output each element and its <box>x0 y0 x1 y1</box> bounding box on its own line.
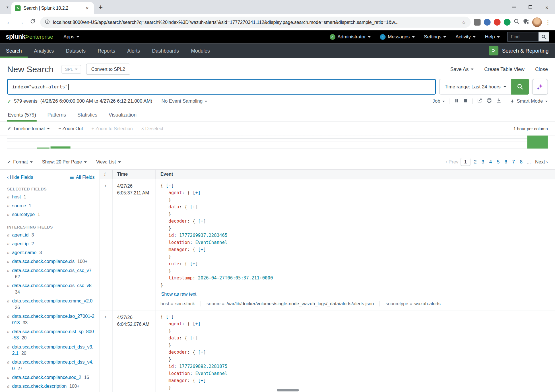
json-toggle[interactable]: [-] <box>166 183 174 188</box>
field-name[interactable]: agent.name <box>12 250 37 255</box>
deselect-button[interactable]: × Deselect <box>141 126 163 131</box>
window-minimize-button[interactable] <box>506 0 522 14</box>
field-name[interactable]: agent.id <box>12 232 29 238</box>
pagination-prev[interactable]: ‹ Prev <box>445 159 458 165</box>
close-button[interactable]: Close <box>535 66 548 72</box>
apps-menu[interactable]: Apps <box>59 30 84 43</box>
meta-value[interactable]: soc-stack <box>175 301 195 306</box>
pagination-page[interactable]: 5 <box>496 158 501 166</box>
field-name[interactable]: sourcetype <box>12 212 35 217</box>
save-as-menu[interactable]: Save As <box>450 66 474 72</box>
field-name[interactable]: host <box>12 194 21 200</box>
ai-assistant-button[interactable] <box>532 79 548 95</box>
json-toggle[interactable]: [+] <box>198 378 206 383</box>
extension-icon-2[interactable] <box>484 19 491 26</box>
find-search-button[interactable] <box>539 32 549 42</box>
field-item[interactable]: a data.sca.check.compliance.cis_csc_v762 <box>7 267 95 280</box>
back-icon[interactable]: ← <box>5 19 14 26</box>
event-meta-item[interactable]: sourcetype =wazuh-alerts <box>379 301 440 306</box>
json-value[interactable]: 1777269892.2281875 <box>179 364 227 369</box>
extensions-puzzle-icon[interactable] <box>523 18 529 26</box>
json-toggle[interactable]: [-] <box>166 314 174 319</box>
create-table-view-button[interactable]: Create Table View <box>484 66 524 72</box>
share-button[interactable] <box>477 98 482 104</box>
event-time-cell[interactable]: 4/27/26 6:05:37.211 AM <box>113 179 155 310</box>
per-page-menu[interactable]: Show: 20 Per Page <box>42 159 87 165</box>
pagination-page[interactable]: 2 <box>473 158 478 166</box>
field-item[interactable]: a source1 <box>7 203 95 209</box>
nav-item-dashboards[interactable]: Dashboards <box>146 43 185 58</box>
field-name[interactable]: data.sca.check.compliance.cmmc_v2.0 <box>12 298 93 304</box>
convert-to-spl2-button[interactable]: Convert to SPL2 <box>86 64 130 75</box>
tab-visualization[interactable]: Visualization <box>108 108 137 121</box>
field-name[interactable]: data.sca.check.compliance.cis_csc_v7 <box>12 268 92 273</box>
event-time-cell[interactable]: 4/27/26 6:04:52.076 AM <box>113 310 155 392</box>
json-toggle[interactable]: [+] <box>198 247 206 252</box>
field-item[interactable]: a agent.id3 <box>7 232 95 238</box>
json-value[interactable]: 2026-04-27T06:05:37.211+0000 <box>198 275 273 281</box>
nav-item-alerts[interactable]: Alerts <box>121 43 146 58</box>
user-menu[interactable]: ✓ Administrator <box>325 30 375 43</box>
time-range-picker[interactable]: Time range: Last 24 hours <box>439 79 511 95</box>
field-name[interactable]: agent.ip <box>12 241 29 246</box>
field-name[interactable]: data.sca.check.compliance.soc_2 <box>12 375 81 380</box>
splunk-logo[interactable]: splunk > enterprise <box>0 30 59 43</box>
chevron-right-icon[interactable]: › <box>105 182 106 188</box>
nav-item-reports[interactable]: Reports <box>92 43 121 58</box>
nav-item-datasets[interactable]: Datasets <box>60 43 92 58</box>
event-expand-cell[interactable]: › <box>100 310 113 392</box>
timeline-bar[interactable] <box>50 147 70 149</box>
meta-value[interactable]: /var/lib/docker/volumes/single-node_wazu… <box>227 301 374 306</box>
nav-item-analytics[interactable]: Analytics <box>28 43 60 58</box>
pagination-page-current[interactable]: 1 <box>461 158 470 166</box>
timeline-bar[interactable] <box>527 135 548 148</box>
field-item[interactable]: a data.sca.check.compliance.pci_dss_v4.0… <box>7 359 95 372</box>
pagination-page[interactable]: 7 <box>511 158 516 166</box>
pause-button[interactable] <box>455 98 459 104</box>
field-name[interactable]: data.sca.check.compliance.pci_dss_v4.0 <box>12 359 94 371</box>
help-menu[interactable]: Help <box>480 30 505 43</box>
tab-list-chevron-icon[interactable]: ▾ <box>4 5 12 9</box>
field-item[interactable]: a host1 <box>7 194 95 200</box>
extension-icon-1[interactable] <box>474 19 481 26</box>
horizontal-scrollbar-thumb[interactable] <box>277 389 299 391</box>
json-toggle[interactable]: [+] <box>190 261 198 266</box>
timeline-format-menu[interactable]: Timeline format <box>7 126 50 131</box>
spl-version-pill[interactable]: SPL <box>61 65 81 73</box>
event-meta-item[interactable]: host =soc-stack <box>160 301 195 306</box>
format-menu[interactable]: Format <box>7 159 33 165</box>
profile-avatar[interactable] <box>532 17 542 27</box>
extension-icon-4[interactable] <box>504 19 511 26</box>
pagination-page[interactable]: 6 <box>503 158 509 166</box>
field-item[interactable]: a data.sca.check.description100+ <box>7 383 95 390</box>
event-meta-item[interactable]: source =/var/lib/docker/volumes/single-n… <box>201 301 374 306</box>
timeline-chart[interactable] <box>7 135 548 149</box>
address-bar[interactable]: localhost:8000/en-US/app/search/search?q… <box>40 17 471 28</box>
json-toggle[interactable]: [+] <box>190 204 198 210</box>
browser-search-icon[interactable] <box>514 18 520 26</box>
pagination-page[interactable]: 8 <box>518 158 524 166</box>
stop-button[interactable] <box>464 98 468 104</box>
window-close-button[interactable]: × <box>539 0 555 14</box>
field-name[interactable]: source <box>12 203 26 208</box>
timeline-bar[interactable] <box>37 148 49 149</box>
chevron-right-icon[interactable]: › <box>105 314 106 319</box>
view-menu[interactable]: View: List <box>96 159 121 165</box>
export-button[interactable] <box>496 98 502 104</box>
pagination-page[interactable]: 3 <box>480 158 486 166</box>
bookmark-star-icon[interactable]: ☆ <box>462 19 466 25</box>
all-fields-link[interactable]: All Fields <box>70 175 94 180</box>
field-item[interactable]: a data.sca.check.compliance.pci_dss_v3.2… <box>7 344 95 356</box>
field-item[interactable]: a data.sca.check.compliance.nist_sp_800-… <box>7 329 95 341</box>
zoom-out-button[interactable]: − Zoom Out <box>58 126 83 131</box>
pagination-next[interactable]: Next › <box>535 159 548 165</box>
tab-patterns[interactable]: Patterns <box>47 108 67 121</box>
field-item[interactable]: a data.sca.check.compliance.cmmc_v2.026 <box>7 298 95 311</box>
window-maximize-button[interactable] <box>522 0 539 14</box>
nav-item-search[interactable]: Search <box>0 43 28 58</box>
activity-menu[interactable]: Activity <box>451 30 480 43</box>
field-item[interactable]: a sourcetype1 <box>7 211 95 218</box>
settings-menu[interactable]: Settings <box>419 30 451 43</box>
field-item[interactable]: a agent.name3 <box>7 250 95 256</box>
search-button[interactable] <box>511 79 529 95</box>
